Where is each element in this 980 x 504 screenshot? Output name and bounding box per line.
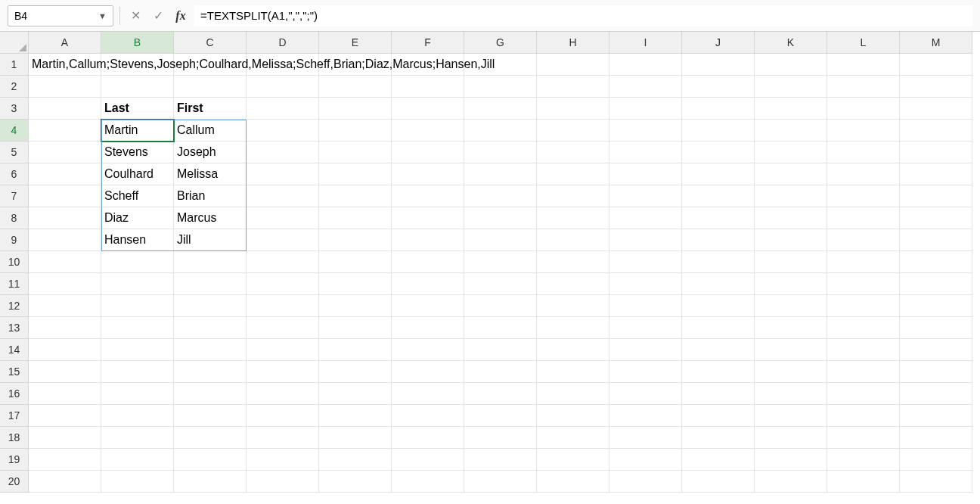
cell-I2[interactable]: [609, 76, 682, 98]
cell-K17[interactable]: [755, 405, 827, 427]
cell-I3[interactable]: [609, 98, 682, 120]
cell-D17[interactable]: [247, 405, 319, 427]
cell-I11[interactable]: [609, 273, 682, 295]
cell-D6[interactable]: [247, 163, 319, 185]
row-header-9[interactable]: 9: [0, 229, 29, 251]
cell-F10[interactable]: [392, 251, 464, 273]
cell-G11[interactable]: [464, 273, 537, 295]
cell-C19[interactable]: [174, 449, 247, 471]
cell-I19[interactable]: [609, 449, 682, 471]
cell-E20[interactable]: [319, 471, 392, 493]
cell-A18[interactable]: [29, 427, 101, 449]
cell-J10[interactable]: [682, 251, 755, 273]
cell-L16[interactable]: [827, 383, 900, 405]
row-header-12[interactable]: 12: [0, 295, 29, 317]
cell-B18[interactable]: [101, 427, 174, 449]
cell-E8[interactable]: [319, 207, 392, 229]
cell-I12[interactable]: [609, 295, 682, 317]
cell-C13[interactable]: [174, 317, 247, 339]
cell-E6[interactable]: [319, 163, 392, 185]
cell-L3[interactable]: [827, 98, 900, 120]
cell-F6[interactable]: [392, 163, 464, 185]
cell-E9[interactable]: [319, 229, 392, 251]
column-header-C[interactable]: C: [174, 32, 247, 54]
cell-A2[interactable]: [29, 76, 101, 98]
row-header-20[interactable]: 20: [0, 471, 29, 493]
row-header-10[interactable]: 10: [0, 251, 29, 273]
cell-J14[interactable]: [682, 339, 755, 361]
cell-E2[interactable]: [319, 76, 392, 98]
cell-A9[interactable]: [29, 229, 101, 251]
cell-G14[interactable]: [464, 339, 537, 361]
cell-H8[interactable]: [537, 207, 609, 229]
insert-function-button[interactable]: fx: [172, 7, 190, 25]
cell-A15[interactable]: [29, 361, 101, 383]
cell-B9[interactable]: Hansen: [101, 229, 174, 251]
cell-F11[interactable]: [392, 273, 464, 295]
cell-C14[interactable]: [174, 339, 247, 361]
cell-H3[interactable]: [537, 98, 609, 120]
cell-D14[interactable]: [247, 339, 319, 361]
cell-K19[interactable]: [755, 449, 827, 471]
row-header-18[interactable]: 18: [0, 427, 29, 449]
cell-J4[interactable]: [682, 120, 755, 142]
cell-I7[interactable]: [609, 185, 682, 207]
cell-B8[interactable]: Diaz: [101, 207, 174, 229]
cell-I18[interactable]: [609, 427, 682, 449]
cell-L2[interactable]: [827, 76, 900, 98]
cell-L19[interactable]: [827, 449, 900, 471]
cell-E13[interactable]: [319, 317, 392, 339]
cell-I6[interactable]: [609, 163, 682, 185]
cell-K1[interactable]: [755, 54, 827, 76]
cell-M6[interactable]: [900, 163, 972, 185]
cell-K20[interactable]: [755, 471, 827, 493]
cell-F9[interactable]: [392, 229, 464, 251]
cell-M12[interactable]: [900, 295, 972, 317]
cell-J13[interactable]: [682, 317, 755, 339]
cell-L5[interactable]: [827, 142, 900, 163]
cell-E4[interactable]: [319, 120, 392, 142]
cell-J2[interactable]: [682, 76, 755, 98]
cell-K5[interactable]: [755, 142, 827, 163]
cell-B3[interactable]: Last: [101, 98, 174, 120]
cell-D11[interactable]: [247, 273, 319, 295]
cell-H16[interactable]: [537, 383, 609, 405]
column-header-L[interactable]: L: [827, 32, 900, 54]
row-header-16[interactable]: 16: [0, 383, 29, 405]
cell-G18[interactable]: [464, 427, 537, 449]
cell-M9[interactable]: [900, 229, 972, 251]
cell-H2[interactable]: [537, 76, 609, 98]
column-header-D[interactable]: D: [247, 32, 319, 54]
cell-D19[interactable]: [247, 449, 319, 471]
cell-C3[interactable]: First: [174, 98, 247, 120]
cell-B13[interactable]: [101, 317, 174, 339]
cell-G7[interactable]: [464, 185, 537, 207]
cell-L11[interactable]: [827, 273, 900, 295]
cell-F17[interactable]: [392, 405, 464, 427]
cell-B20[interactable]: [101, 471, 174, 493]
cell-J11[interactable]: [682, 273, 755, 295]
cell-M3[interactable]: [900, 98, 972, 120]
cell-D10[interactable]: [247, 251, 319, 273]
cell-B17[interactable]: [101, 405, 174, 427]
cell-K11[interactable]: [755, 273, 827, 295]
cell-G15[interactable]: [464, 361, 537, 383]
cell-C11[interactable]: [174, 273, 247, 295]
cell-B16[interactable]: [101, 383, 174, 405]
cell-A19[interactable]: [29, 449, 101, 471]
cell-F20[interactable]: [392, 471, 464, 493]
cell-G9[interactable]: [464, 229, 537, 251]
cell-E12[interactable]: [319, 295, 392, 317]
cell-J15[interactable]: [682, 361, 755, 383]
cell-I13[interactable]: [609, 317, 682, 339]
cell-D8[interactable]: [247, 207, 319, 229]
cell-E18[interactable]: [319, 427, 392, 449]
cell-K8[interactable]: [755, 207, 827, 229]
cell-K14[interactable]: [755, 339, 827, 361]
cell-J17[interactable]: [682, 405, 755, 427]
cell-M14[interactable]: [900, 339, 972, 361]
cell-L10[interactable]: [827, 251, 900, 273]
cell-G3[interactable]: [464, 98, 537, 120]
cell-K9[interactable]: [755, 229, 827, 251]
cell-C10[interactable]: [174, 251, 247, 273]
